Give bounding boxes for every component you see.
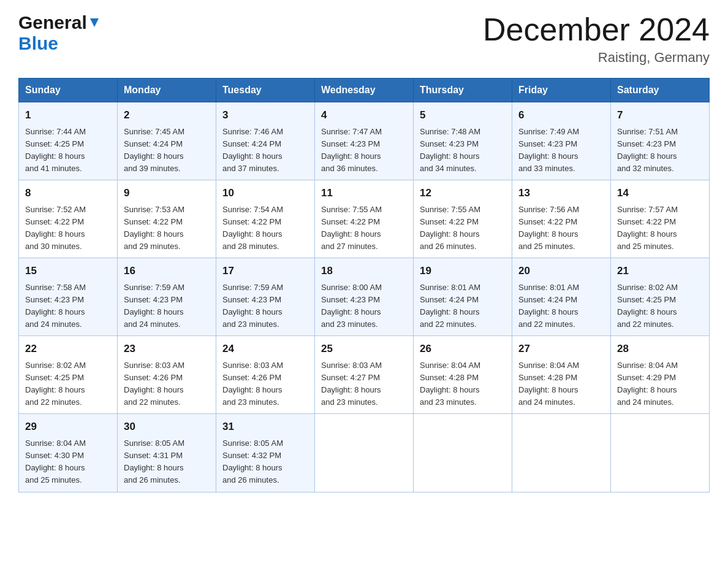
col-tuesday: Tuesday	[216, 79, 315, 102]
table-row: 24 Sunrise: 8:03 AM Sunset: 4:26 PM Dayl…	[216, 336, 315, 414]
table-row: 22 Sunrise: 8:02 AM Sunset: 4:25 PM Dayl…	[19, 336, 118, 414]
day-info: Sunrise: 7:45 AM Sunset: 4:24 PM Dayligh…	[124, 126, 210, 175]
table-row: 25 Sunrise: 8:03 AM Sunset: 4:27 PM Dayl…	[315, 336, 414, 414]
table-row: 31 Sunrise: 8:05 AM Sunset: 4:32 PM Dayl…	[216, 414, 315, 492]
table-row	[611, 414, 710, 492]
day-number: 14	[617, 185, 703, 201]
title-area: December 2024 Raisting, Germany	[483, 12, 710, 66]
day-info: Sunrise: 7:59 AM Sunset: 4:23 PM Dayligh…	[124, 282, 210, 331]
svg-marker-0	[90, 18, 99, 27]
table-row: 16 Sunrise: 7:59 AM Sunset: 4:23 PM Dayl…	[118, 258, 216, 336]
day-number: 1	[25, 107, 111, 123]
table-row: 18 Sunrise: 8:00 AM Sunset: 4:23 PM Dayl…	[315, 258, 414, 336]
day-number: 22	[25, 341, 111, 357]
day-number: 9	[124, 185, 210, 201]
day-number: 16	[124, 263, 210, 279]
table-row: 28 Sunrise: 8:04 AM Sunset: 4:29 PM Dayl…	[611, 336, 710, 414]
col-sunday: Sunday	[19, 79, 118, 102]
table-row: 6 Sunrise: 7:49 AM Sunset: 4:23 PM Dayli…	[512, 102, 611, 180]
table-row: 12 Sunrise: 7:55 AM Sunset: 4:22 PM Dayl…	[414, 180, 512, 258]
day-number: 10	[222, 185, 308, 201]
table-row: 23 Sunrise: 8:03 AM Sunset: 4:26 PM Dayl…	[118, 336, 216, 414]
day-info: Sunrise: 8:02 AM Sunset: 4:25 PM Dayligh…	[25, 359, 111, 409]
calendar-table: Sunday Monday Tuesday Wednesday Thursday…	[18, 78, 710, 492]
table-row: 15 Sunrise: 7:58 AM Sunset: 4:23 PM Dayl…	[19, 258, 118, 336]
day-info: Sunrise: 8:03 AM Sunset: 4:27 PM Dayligh…	[321, 359, 407, 409]
table-row: 1 Sunrise: 7:44 AM Sunset: 4:25 PM Dayli…	[19, 102, 118, 180]
col-monday: Monday	[118, 79, 216, 102]
day-info: Sunrise: 7:49 AM Sunset: 4:23 PM Dayligh…	[518, 126, 604, 175]
table-row: 2 Sunrise: 7:45 AM Sunset: 4:24 PM Dayli…	[118, 102, 216, 180]
location-text: Raisting, Germany	[483, 50, 710, 66]
calendar-week-row: 1 Sunrise: 7:44 AM Sunset: 4:25 PM Dayli…	[19, 102, 710, 180]
day-info: Sunrise: 7:47 AM Sunset: 4:23 PM Dayligh…	[321, 126, 407, 175]
table-row: 14 Sunrise: 7:57 AM Sunset: 4:22 PM Dayl…	[611, 180, 710, 258]
logo-triangle-icon	[88, 16, 101, 29]
day-number: 31	[222, 419, 308, 435]
calendar-week-row: 8 Sunrise: 7:52 AM Sunset: 4:22 PM Dayli…	[19, 180, 710, 258]
table-row: 10 Sunrise: 7:54 AM Sunset: 4:22 PM Dayl…	[216, 180, 315, 258]
day-info: Sunrise: 7:55 AM Sunset: 4:22 PM Dayligh…	[321, 204, 407, 253]
day-info: Sunrise: 7:48 AM Sunset: 4:23 PM Dayligh…	[420, 126, 506, 175]
day-number: 11	[321, 185, 407, 201]
day-info: Sunrise: 7:58 AM Sunset: 4:23 PM Dayligh…	[25, 282, 111, 331]
day-number: 25	[321, 341, 407, 357]
day-info: Sunrise: 8:04 AM Sunset: 4:28 PM Dayligh…	[518, 359, 604, 409]
day-number: 8	[25, 185, 111, 201]
table-row: 5 Sunrise: 7:48 AM Sunset: 4:23 PM Dayli…	[414, 102, 512, 180]
day-number: 3	[222, 107, 308, 123]
day-number: 23	[124, 341, 210, 357]
day-number: 24	[222, 341, 308, 357]
page-header: General Blue December 2024 Raisting, Ger…	[18, 12, 710, 66]
col-saturday: Saturday	[611, 79, 710, 102]
table-row	[414, 414, 512, 492]
day-number: 19	[420, 263, 506, 279]
day-number: 27	[518, 341, 604, 357]
day-info: Sunrise: 8:03 AM Sunset: 4:26 PM Dayligh…	[124, 359, 210, 409]
table-row: 27 Sunrise: 8:04 AM Sunset: 4:28 PM Dayl…	[512, 336, 611, 414]
day-number: 12	[420, 185, 506, 201]
calendar-week-row: 22 Sunrise: 8:02 AM Sunset: 4:25 PM Dayl…	[19, 336, 710, 414]
col-friday: Friday	[512, 79, 611, 102]
calendar-header-row: Sunday Monday Tuesday Wednesday Thursday…	[19, 79, 710, 102]
day-info: Sunrise: 7:54 AM Sunset: 4:22 PM Dayligh…	[222, 204, 308, 253]
table-row: 21 Sunrise: 8:02 AM Sunset: 4:25 PM Dayl…	[611, 258, 710, 336]
logo-blue-text: Blue	[18, 33, 58, 53]
day-info: Sunrise: 7:52 AM Sunset: 4:22 PM Dayligh…	[25, 204, 111, 253]
month-title: December 2024	[483, 12, 710, 47]
col-thursday: Thursday	[414, 79, 512, 102]
day-info: Sunrise: 8:05 AM Sunset: 4:32 PM Dayligh…	[222, 437, 308, 487]
table-row: 26 Sunrise: 8:04 AM Sunset: 4:28 PM Dayl…	[414, 336, 512, 414]
table-row: 29 Sunrise: 8:04 AM Sunset: 4:30 PM Dayl…	[19, 414, 118, 492]
day-number: 6	[518, 107, 604, 123]
table-row: 9 Sunrise: 7:53 AM Sunset: 4:22 PM Dayli…	[118, 180, 216, 258]
logo: General Blue	[18, 12, 101, 54]
table-row: 17 Sunrise: 7:59 AM Sunset: 4:23 PM Dayl…	[216, 258, 315, 336]
day-number: 28	[617, 341, 703, 357]
col-wednesday: Wednesday	[315, 79, 414, 102]
day-number: 26	[420, 341, 506, 357]
day-info: Sunrise: 7:56 AM Sunset: 4:22 PM Dayligh…	[518, 204, 604, 253]
day-info: Sunrise: 7:44 AM Sunset: 4:25 PM Dayligh…	[25, 126, 111, 175]
day-info: Sunrise: 7:51 AM Sunset: 4:23 PM Dayligh…	[617, 126, 703, 175]
day-number: 13	[518, 185, 604, 201]
day-info: Sunrise: 8:03 AM Sunset: 4:26 PM Dayligh…	[222, 359, 308, 409]
day-info: Sunrise: 8:01 AM Sunset: 4:24 PM Dayligh…	[420, 282, 506, 331]
day-info: Sunrise: 8:04 AM Sunset: 4:29 PM Dayligh…	[617, 359, 703, 409]
table-row: 11 Sunrise: 7:55 AM Sunset: 4:22 PM Dayl…	[315, 180, 414, 258]
day-info: Sunrise: 7:46 AM Sunset: 4:24 PM Dayligh…	[222, 126, 308, 175]
day-number: 17	[222, 263, 308, 279]
calendar-week-row: 29 Sunrise: 8:04 AM Sunset: 4:30 PM Dayl…	[19, 414, 710, 492]
table-row: 20 Sunrise: 8:01 AM Sunset: 4:24 PM Dayl…	[512, 258, 611, 336]
day-number: 15	[25, 263, 111, 279]
day-info: Sunrise: 8:04 AM Sunset: 4:28 PM Dayligh…	[420, 359, 506, 409]
day-info: Sunrise: 7:59 AM Sunset: 4:23 PM Dayligh…	[222, 282, 308, 331]
day-info: Sunrise: 8:05 AM Sunset: 4:31 PM Dayligh…	[124, 437, 210, 487]
day-number: 5	[420, 107, 506, 123]
table-row: 13 Sunrise: 7:56 AM Sunset: 4:22 PM Dayl…	[512, 180, 611, 258]
day-info: Sunrise: 8:01 AM Sunset: 4:24 PM Dayligh…	[518, 282, 604, 331]
table-row: 30 Sunrise: 8:05 AM Sunset: 4:31 PM Dayl…	[118, 414, 216, 492]
day-number: 4	[321, 107, 407, 123]
table-row: 8 Sunrise: 7:52 AM Sunset: 4:22 PM Dayli…	[19, 180, 118, 258]
table-row: 7 Sunrise: 7:51 AM Sunset: 4:23 PM Dayli…	[611, 102, 710, 180]
